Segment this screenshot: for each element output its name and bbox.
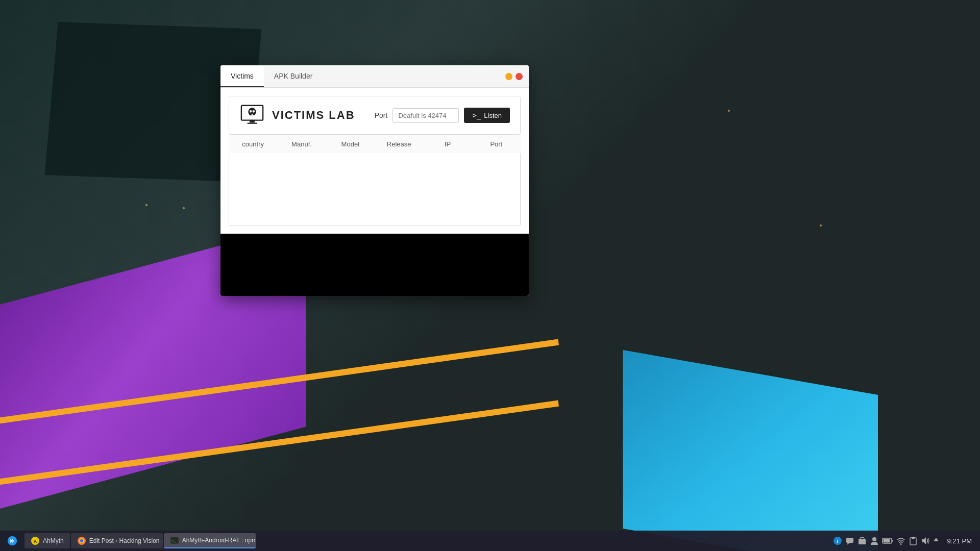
taskbar-apps: A AhMyth Edit Post ‹ Hacking Vision — Wo… <box>24 533 256 548</box>
svg-text:A: A <box>34 539 37 544</box>
brand-icon <box>239 103 265 128</box>
konsole-app-icon: >_ <box>170 536 179 545</box>
tab-apk-builder[interactable]: APK Builder <box>264 66 323 87</box>
svg-marker-24 <box>847 543 850 545</box>
app-window: Victims APK Builder <box>220 65 529 296</box>
terminal-prompt-icon: >_ <box>472 111 481 119</box>
svg-point-30 <box>900 543 901 545</box>
victims-brand: VICTIMS LAB <box>239 103 355 128</box>
monitor-skull-icon <box>240 103 264 128</box>
system-tray: i <box>833 536 939 545</box>
col-country: country <box>229 135 277 153</box>
svg-rect-29 <box>892 540 893 542</box>
brand-title: VICTIMS LAB <box>272 109 355 122</box>
table-body <box>229 153 521 226</box>
minimize-button[interactable] <box>505 73 512 80</box>
close-button[interactable] <box>516 73 523 80</box>
svg-rect-7 <box>252 115 253 116</box>
svg-rect-8 <box>253 115 254 116</box>
ahMyth-app-icon: A <box>31 536 40 545</box>
port-section: Port >_ Listen <box>375 108 510 123</box>
battery-icon[interactable] <box>882 536 893 545</box>
svg-rect-2 <box>247 122 257 123</box>
taskbar: A AhMyth Edit Post ‹ Hacking Vision — Wo… <box>0 531 980 551</box>
col-manuf: Manuf. <box>277 135 326 153</box>
svg-text:>_: >_ <box>172 539 176 543</box>
desktop-blue-shape <box>623 350 878 551</box>
table-header: country Manuf. Model Release IP Port <box>229 135 521 153</box>
svg-marker-33 <box>922 537 926 544</box>
volume-icon[interactable] <box>921 536 930 545</box>
svg-rect-32 <box>912 537 915 539</box>
decor-dot-2 <box>183 207 185 209</box>
taskbar-app-konsole[interactable]: >_ AhMyth-Android-RAT : npm — Kons <box>164 533 256 548</box>
svg-text:i: i <box>837 538 838 544</box>
window-content-area: VICTIMS LAB Port >_ Listen country Manuf… <box>220 88 529 234</box>
tab-victims[interactable]: Victims <box>220 66 264 87</box>
col-ip: IP <box>423 135 472 153</box>
window-controls <box>505 73 523 80</box>
svg-rect-6 <box>251 115 252 116</box>
clipboard-icon[interactable] <box>909 536 918 545</box>
port-label: Port <box>375 111 388 119</box>
svg-rect-23 <box>846 538 853 543</box>
firefox-app-icon <box>77 536 86 545</box>
firefox-app-label: Edit Post ‹ Hacking Vision — WordP <box>89 537 163 544</box>
ahMyth-app-label: AhMyth <box>43 537 64 544</box>
victims-header: VICTIMS LAB Port >_ Listen <box>229 96 521 135</box>
taskbar-app-firefox[interactable]: Edit Post ‹ Hacking Vision — WordP <box>71 533 163 548</box>
info-icon[interactable]: i <box>833 536 842 545</box>
terminal-area <box>220 234 529 296</box>
svg-point-26 <box>872 537 876 541</box>
konsole-app-label: AhMyth-Android-RAT : npm — Kons <box>182 537 256 544</box>
col-release: Release <box>375 135 423 153</box>
decor-dot-1 <box>145 204 148 206</box>
taskbar-app-ahMyth[interactable]: A AhMyth <box>24 533 70 548</box>
listen-button-label: Listen <box>484 112 502 119</box>
svg-rect-1 <box>250 120 255 123</box>
kde-menu-button[interactable] <box>4 533 20 549</box>
svg-rect-28 <box>883 539 890 543</box>
store-icon[interactable] <box>857 536 867 545</box>
svg-rect-31 <box>910 538 916 545</box>
svg-rect-25 <box>859 539 866 544</box>
clock-time: 9:21 PM <box>947 537 972 545</box>
wifi-icon[interactable] <box>896 536 905 545</box>
col-port: Port <box>472 135 521 153</box>
port-input[interactable] <box>393 108 459 123</box>
svg-marker-34 <box>934 538 939 541</box>
user-icon[interactable] <box>870 536 879 545</box>
taskbar-right: i <box>833 536 976 545</box>
listen-button[interactable]: >_ Listen <box>464 108 510 123</box>
col-model: Model <box>326 135 375 153</box>
decor-dot-4 <box>820 224 822 227</box>
arrow-up-icon[interactable] <box>933 536 939 545</box>
clock-widget[interactable]: 9:21 PM <box>943 537 972 545</box>
decor-dot-3 <box>728 110 730 112</box>
chat-icon[interactable] <box>845 536 854 545</box>
tab-bar: Victims APK Builder <box>220 65 529 88</box>
svg-point-18 <box>80 539 83 542</box>
